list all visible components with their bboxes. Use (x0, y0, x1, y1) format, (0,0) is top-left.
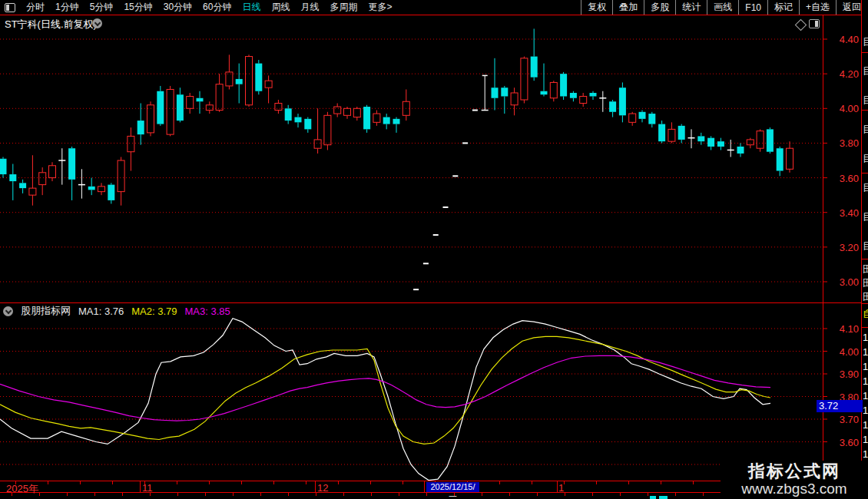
period-menu: 分时1分钟5分钟15分钟30分钟60分钟日线周线月线多周期更多> (0, 1, 392, 14)
axis-tick (177, 493, 178, 496)
tool-button-2[interactable]: 多股 (644, 0, 675, 15)
chevron-down-icon[interactable] (3, 306, 13, 316)
axis-tick (399, 493, 399, 496)
strip-separator (862, 259, 868, 259)
period-item-1[interactable]: 1分钟 (55, 1, 79, 14)
clipped-text-fragment: 目 (863, 35, 868, 49)
period-item-9[interactable]: 多周期 (330, 1, 357, 14)
clipped-text-fragment: 1 (863, 405, 868, 416)
axis-tick (205, 493, 206, 496)
date-separator (557, 481, 558, 492)
indicator-axis-label: 3.60 (825, 437, 859, 448)
period-item-7[interactable]: 周线 (271, 1, 290, 14)
axis-tick (67, 493, 68, 496)
strip-separator (862, 110, 868, 111)
bottom-row-chip (659, 496, 668, 499)
date-separator (315, 481, 316, 492)
strip-separator (862, 52, 868, 53)
main-axis-label: 3.40 (825, 207, 859, 219)
month-label: 12 (317, 482, 328, 494)
axis-tick (48, 481, 48, 484)
bottom-row-chip (650, 496, 656, 499)
ma1-value: MA1: 3.76 (78, 306, 124, 317)
tool-button-1[interactable]: 叠加 (612, 0, 644, 15)
axis-tick (39, 493, 40, 496)
right-panel-border (861, 0, 862, 499)
clipped-text-fragment: 1 (863, 375, 868, 387)
axis-tick (233, 493, 234, 496)
clipped-text-fragment: 目 (863, 152, 868, 166)
indicator-name: 股朋指标网 (21, 304, 71, 318)
period-item-4[interactable]: 30分钟 (164, 1, 192, 14)
clipped-text-fragment: 目 (863, 240, 868, 253)
watermark: 指标公式网 www.zbgs3.com (721, 461, 868, 499)
axis-tick (316, 493, 316, 496)
clipped-text-fragment: 田 (863, 290, 868, 304)
indicator-chart[interactable] (0, 303, 868, 481)
strip-separator (862, 173, 868, 173)
watermark-url: www.zbgs3.com (741, 481, 846, 497)
date-separator (140, 481, 141, 492)
axis-tick (693, 481, 694, 484)
main-axis-label: 3.80 (825, 137, 859, 149)
clipped-text-fragment: 目 (863, 64, 868, 78)
axis-tick (273, 481, 274, 484)
main-axis-label: 3.00 (825, 276, 859, 288)
axis-tick (499, 481, 500, 484)
date-separator (424, 481, 425, 492)
period-item-6[interactable]: 日线 (242, 1, 260, 14)
period-item-0[interactable]: 分时 (26, 1, 45, 14)
clipped-text-fragment: 1 (863, 332, 868, 343)
axis-tick (509, 493, 510, 496)
axis-tick (532, 481, 532, 484)
axis-tick (565, 493, 565, 496)
tool-button-7[interactable]: +自选 (799, 0, 836, 15)
axis-tick (241, 481, 242, 484)
axis-tick (592, 493, 593, 496)
axis-tick (675, 493, 676, 496)
main-axis-label: 3.60 (825, 173, 859, 184)
tool-button-6[interactable]: 标记 (767, 0, 799, 15)
tool-button-4[interactable]: 画线 (707, 0, 738, 15)
top-toolbar: 分时1分钟5分钟15分钟30分钟60分钟日线周线月线多周期更多> 复权叠加多股统… (0, 0, 868, 15)
period-item-3[interactable]: 15分钟 (124, 1, 152, 14)
tool-button-5[interactable]: F10 (738, 0, 767, 15)
axis-tick (80, 481, 81, 484)
axis-tick (703, 493, 704, 496)
tool-button-3[interactable]: 统计 (675, 0, 707, 15)
clipped-text-fragment: 田 (863, 263, 868, 276)
axis-tick (177, 481, 177, 484)
axis-tick (122, 493, 123, 496)
axis-tick (338, 481, 339, 484)
main-axis-label: 4.00 (825, 103, 859, 114)
year-label: 2025年 (6, 482, 38, 496)
split-window-icon[interactable] (5, 3, 15, 12)
clipped-text-fragment: 1 (863, 434, 868, 445)
tool-button-0[interactable]: 复权 (581, 0, 612, 15)
clipped-text-fragment: 目 (863, 210, 868, 224)
axis-tick (537, 493, 538, 496)
strip-separator (862, 303, 868, 304)
month-label: 1 (558, 482, 564, 494)
axis-tick (648, 493, 648, 496)
period-item-10[interactable]: 更多> (368, 1, 392, 14)
month-label: 11 (142, 482, 153, 494)
main-candlestick-chart[interactable] (0, 15, 868, 302)
main-axis-label: 4.40 (825, 34, 859, 45)
axis-tick (260, 493, 261, 496)
axis-tick (343, 493, 344, 496)
indicator-axis-label: 3.70 (825, 414, 859, 425)
axis-tick (596, 481, 597, 484)
period-item-8[interactable]: 月线 (300, 1, 319, 14)
clipped-text-fragment: 1 (863, 390, 868, 402)
indicator-axis-label: 4.10 (825, 323, 859, 335)
watermark-site-name: 指标公式网 (748, 462, 840, 481)
axis-tick (370, 481, 371, 484)
period-item-5[interactable]: 60分钟 (203, 1, 231, 14)
ma3-value: MA3: 3.85 (185, 306, 230, 317)
period-item-2[interactable]: 5分钟 (90, 1, 114, 14)
main-axis-label: 4.20 (825, 68, 859, 80)
tool-menu: 复权叠加多股统计画线F10标记+自选返回 (581, 0, 868, 15)
highlight-date-tag: 2025/12/15/一 (426, 482, 479, 492)
axis-tick (426, 493, 427, 496)
